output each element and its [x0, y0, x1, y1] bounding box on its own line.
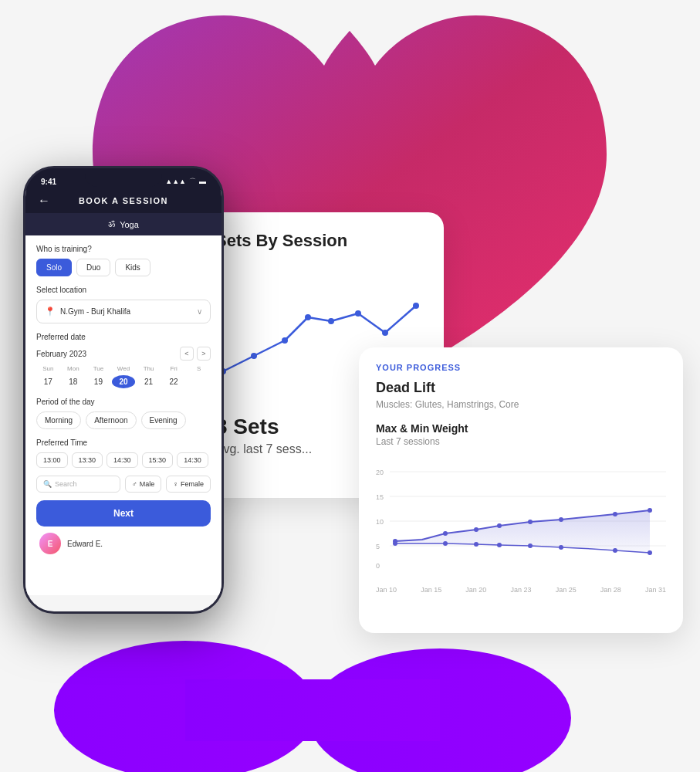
svg-point-35: [648, 550, 652, 555]
svg-point-10: [413, 303, 419, 309]
male-button[interactable]: ♂ Male: [125, 476, 161, 493]
svg-point-30: [474, 542, 479, 547]
svg-point-4: [251, 353, 257, 359]
phone-mockup: 9:41 ▲▲▲ ⌒ ▬ ← BOOK A SESSION ॐ Yoga Who…: [23, 166, 224, 614]
svg-point-22: [474, 527, 479, 532]
x-label-3: Jan 23: [510, 586, 531, 594]
muscles-text: Muscles: Glutes, Hamstrings, Core: [376, 399, 666, 410]
svg-point-7: [328, 318, 334, 324]
chart-x-labels: Jan 10 Jan 15 Jan 20 Jan 23 Jan 25 Jan 2…: [376, 586, 666, 594]
svg-point-6: [305, 314, 311, 320]
svg-rect-2: [185, 679, 440, 741]
svg-point-31: [497, 543, 502, 547]
female-button[interactable]: ♀ Female: [166, 476, 211, 493]
x-label-2: Jan 20: [465, 586, 486, 594]
svg-text:5: 5: [376, 543, 380, 550]
location-label: Select location: [36, 286, 211, 294]
svg-point-28: [393, 541, 397, 546]
phone-screen: ← BOOK A SESSION ॐ Yoga Who is training?…: [25, 190, 221, 611]
training-options: Solo Duo Kids: [36, 259, 211, 276]
svg-text:15: 15: [376, 493, 384, 501]
next-button[interactable]: Next: [36, 500, 211, 527]
search-icon: 🔍: [43, 480, 52, 488]
progress-tag: YOUR PROGRESS: [376, 363, 666, 372]
svg-point-25: [559, 517, 563, 522]
time-label: Preferred Time: [36, 438, 211, 447]
search-placeholder: Search: [55, 480, 77, 488]
location-value: N.Gym - Burj Khalifa: [60, 307, 192, 316]
svg-point-24: [528, 520, 533, 524]
cal-day-20[interactable]: 20: [112, 375, 136, 388]
svg-text:0: 0: [376, 562, 380, 570]
x-label-5: Jan 28: [600, 586, 621, 594]
yoga-icon: ॐ: [108, 219, 115, 229]
user-avatar: E: [39, 533, 61, 554]
x-label-1: Jan 15: [421, 586, 441, 594]
calendar-next[interactable]: >: [197, 347, 211, 361]
calendar-prev[interactable]: <: [180, 347, 194, 361]
calendar-days-header: Sun Mon Tue Wed Thu Fri S: [36, 365, 211, 372]
svg-point-32: [528, 543, 533, 548]
dropdown-arrow-icon: ∨: [197, 307, 202, 316]
time-options: 13:00 13:30 14:30 15:30 14:30: [36, 452, 211, 468]
svg-point-27: [648, 508, 652, 513]
location-pin-icon: 📍: [45, 306, 56, 317]
subtitle-text: Yoga: [120, 220, 139, 229]
male-icon: ♂: [132, 480, 137, 488]
svg-point-34: [613, 548, 617, 553]
time-1300[interactable]: 13:00: [36, 452, 68, 468]
phone-header: ← BOOK A SESSION: [25, 190, 221, 213]
bottom-user: E Edward E.: [36, 533, 211, 554]
progress-card: YOUR PROGRESS Dead Lift Muscles: Glutes,…: [359, 347, 683, 633]
time-1530[interactable]: 15:30: [142, 452, 174, 468]
screen-title: BOOK A SESSION: [79, 196, 168, 205]
time-1330[interactable]: 13:30: [72, 452, 103, 468]
cal-day-19[interactable]: 19: [86, 375, 110, 388]
kids-button[interactable]: Kids: [115, 259, 150, 276]
calendar-days: 17 18 19 20 21 22: [36, 375, 211, 388]
svg-text:10: 10: [376, 518, 384, 526]
cal-day-22[interactable]: 22: [162, 375, 186, 388]
battery-icon: ▬: [199, 178, 206, 185]
calendar-month: February 2023: [36, 350, 86, 358]
cal-day-empty: [187, 375, 211, 388]
calendar-nav: February 2023 < >: [36, 347, 211, 361]
solo-button[interactable]: Solo: [36, 259, 72, 276]
svg-point-23: [497, 523, 502, 528]
date-label: Preferred date: [36, 333, 211, 341]
svg-point-26: [613, 512, 617, 516]
time-1430a[interactable]: 14:30: [107, 452, 138, 468]
x-label-4: Jan 25: [556, 586, 577, 594]
search-gender-row: 🔍 Search ♂ Male ♀ Female: [36, 476, 211, 493]
svg-point-9: [382, 330, 388, 336]
svg-point-33: [559, 545, 563, 550]
svg-point-8: [355, 310, 361, 317]
subtitle-bar: ॐ Yoga: [25, 213, 221, 235]
svg-point-29: [443, 541, 448, 546]
svg-point-5: [282, 337, 288, 344]
status-time: 9:41: [41, 178, 56, 186]
period-label: Period of the day: [36, 398, 211, 406]
metric-sub: Last 7 sessions: [376, 436, 666, 447]
female-icon: ♀: [173, 480, 178, 488]
evening-button[interactable]: Evening: [141, 411, 186, 429]
time-1430b[interactable]: 14:30: [177, 452, 208, 468]
duo-button[interactable]: Duo: [76, 259, 110, 276]
user-name: Edward E.: [67, 540, 103, 548]
period-options: Morning Afternoon Evening: [36, 411, 211, 429]
svg-point-0: [54, 641, 316, 772]
x-label-0: Jan 10: [376, 586, 397, 594]
morning-button[interactable]: Morning: [36, 411, 81, 429]
training-label: Who is training?: [36, 245, 211, 253]
x-label-6: Jan 31: [645, 586, 666, 594]
exercise-name: Dead Lift: [376, 380, 666, 396]
signal-icon: ▲▲▲: [165, 178, 186, 185]
afternoon-button[interactable]: Afternoon: [86, 411, 136, 429]
cal-day-18[interactable]: 18: [62, 375, 86, 388]
cal-day-17[interactable]: 17: [36, 375, 60, 388]
location-selector[interactable]: 📍 N.Gym - Burj Khalifa ∨: [36, 300, 211, 323]
wifi-icon: ⌒: [189, 177, 196, 187]
cal-day-21[interactable]: 21: [137, 375, 161, 388]
back-button[interactable]: ←: [38, 194, 50, 208]
search-input[interactable]: 🔍 Search: [36, 476, 120, 493]
